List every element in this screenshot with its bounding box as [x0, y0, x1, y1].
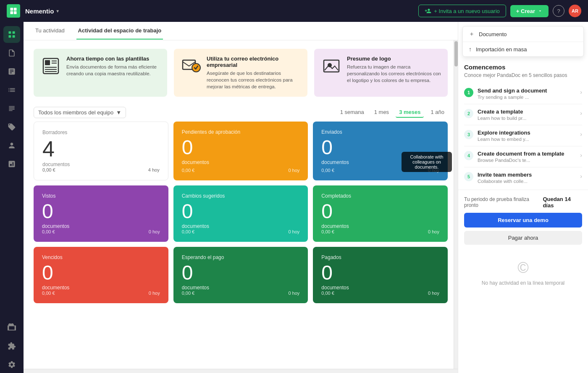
step-3-arrow-icon: ›	[580, 131, 582, 138]
stat-card-borradores[interactable]: Borradores 4 documentos 0,00 € 4 hoy	[34, 122, 168, 180]
get-started-title: Comencemos	[464, 63, 582, 71]
stat-footer: 0,00 € 4 hoy	[42, 167, 160, 172]
time-filter-1year[interactable]: 1 año	[427, 107, 448, 118]
step-2[interactable]: 2 Create a template Learn how to build p…	[464, 104, 582, 125]
get-started-section: Comencemos Conoce mejor PandaDoc en 5 se…	[458, 57, 588, 188]
step-2-number: 2	[464, 109, 473, 118]
trial-section: Tu periodo de prueba finaliza pronto Que…	[458, 190, 588, 251]
time-filter-1week[interactable]: 1 semana	[337, 107, 368, 118]
stat-label: Vistos	[42, 193, 160, 199]
time-filter-1month[interactable]: 1 mes	[371, 107, 392, 118]
sidebar-item-templates[interactable]	[3, 63, 20, 80]
svg-point-18	[328, 63, 332, 67]
promo-section: Ahorra tiempo con las plantillas Envía d…	[24, 40, 458, 103]
step-3[interactable]: 3 Explore integrations Learn how to embe…	[464, 125, 582, 146]
stat-sub: documentos	[42, 161, 160, 167]
app-logo	[7, 4, 20, 18]
promo-card-email[interactable]: Utiliza tu correo electrónico empresaria…	[174, 49, 307, 97]
stat-label: Borradores	[42, 130, 160, 135]
vertical-scrollbar[interactable]	[454, 40, 458, 369]
sidebar-item-documents[interactable]	[3, 45, 20, 61]
stat-footer: 0,00 € 0 hoy	[182, 229, 300, 234]
step-5-number: 5	[464, 172, 473, 181]
create-button[interactable]: + Crear	[510, 5, 549, 17]
promo-card-templates[interactable]: Ahorra tiempo con las plantillas Envía d…	[34, 49, 167, 97]
user-avatar[interactable]: AR	[569, 5, 581, 17]
stat-footer: 0,00 € 0 hoy	[182, 291, 300, 296]
svg-rect-3	[14, 11, 17, 14]
dropdown-item-document[interactable]: ＋ Documento	[463, 26, 583, 42]
step-5[interactable]: 5 Invite team members Collaborate with c…	[464, 167, 582, 188]
stat-card-pagados[interactable]: Pagados 0 documentos 0,00 € 0 hoy	[313, 247, 448, 303]
sidebar-item-list[interactable]	[3, 82, 20, 98]
stat-number: 4	[42, 138, 160, 160]
sidebar	[0, 22, 24, 373]
stat-card-esperando[interactable]: Esperando el pago 0 documentos 0,00 € 0 …	[173, 247, 308, 303]
stat-card-completados[interactable]: Completados 0 documentos 0,00 € 0 hoy	[313, 185, 448, 242]
dropdown-item-bulk-import[interactable]: ↑ Importación en masa	[463, 42, 583, 56]
svg-rect-5	[13, 32, 15, 34]
step-3-number: 3	[464, 130, 473, 139]
stat-label: Vencidos	[42, 254, 160, 260]
stat-footer: 0,00 € 0 hoy	[321, 291, 439, 296]
get-started-desc: Conoce mejor PandaDoc en 5 sencillos pas…	[464, 72, 582, 78]
stat-sub: documentos	[321, 223, 439, 229]
stat-label: Esperando el pago	[182, 254, 300, 260]
trial-days: Quedan 14 días	[543, 196, 582, 209]
tab-workspace-activity[interactable]: Actividad del espacio de trabajo	[76, 22, 163, 40]
stat-label: Pagados	[321, 254, 439, 260]
step-5-title: Invite team members	[478, 172, 576, 178]
sidebar-item-settings[interactable]	[3, 356, 20, 373]
main-wrapper: Tu actividad Actividad del espacio de tr…	[24, 22, 588, 373]
upload-icon: ↑	[469, 46, 472, 53]
horizontal-scrollbar[interactable]	[24, 369, 458, 373]
stat-card-vencidos[interactable]: Vencidos 0 documentos 0,00 € 0 hoy	[34, 247, 168, 303]
step-2-arrow-icon: ›	[580, 110, 582, 116]
step-4-desc: Browse PandaDoc's te...	[478, 158, 576, 163]
sidebar-item-integrations[interactable]	[3, 338, 20, 354]
chevron-down-icon: ▼	[116, 109, 121, 116]
step-4[interactable]: 4 Create document from a template Browse…	[464, 146, 582, 167]
step-1[interactable]: 1 Send and sign a document Try sending a…	[464, 83, 582, 104]
demo-button[interactable]: Reservar una demo	[464, 213, 582, 228]
top-navigation: Nementio ▼ + Invita a un nuevo usuario +…	[0, 0, 588, 22]
step-1-desc: Try sending a sample ...	[478, 95, 576, 100]
pay-button[interactable]: Pagar ahora	[464, 231, 582, 245]
brand-chevron-icon: ▼	[55, 9, 60, 13]
promo-card-logo[interactable]: Presume de logo Refuerza tu imagen de ma…	[314, 49, 448, 97]
stat-card-enviados[interactable]: Enviados 0 documentos 0,00 € 0 hoy Colla…	[313, 122, 448, 180]
stat-card-vistos[interactable]: Vistos 0 documentos 0,00 € 0 hoy	[34, 185, 168, 242]
stat-card-cambios[interactable]: Cambios sugeridos 0 documentos 0,00 € 0 …	[173, 185, 308, 242]
stat-number: 0	[182, 263, 300, 283]
tab-bar: Tu actividad Actividad del espacio de tr…	[24, 22, 458, 40]
help-button[interactable]: ?	[553, 5, 564, 17]
promo-text-templates: Ahorra tiempo con las plantillas Envía d…	[66, 56, 160, 77]
step-3-content: Explore integrations Learn how to embed …	[478, 130, 576, 142]
stat-sub: documentos	[182, 285, 300, 291]
stat-number: 0	[182, 201, 300, 222]
time-filter-3months[interactable]: 3 meses	[396, 107, 424, 118]
sidebar-item-editor[interactable]	[3, 100, 20, 117]
sidebar-item-reports[interactable]	[3, 156, 20, 172]
brand-name[interactable]: Nementio ▼	[25, 8, 60, 15]
team-filter[interactable]: Todos los miembros del equipo ▼	[34, 107, 126, 118]
stat-footer: 0,00 € 0 hoy	[42, 229, 160, 234]
stat-sub: documentos	[182, 159, 300, 165]
filters-row: Todos los miembros del equipo ▼ 1 semana…	[24, 103, 458, 122]
stat-card-pendientes[interactable]: Pendientes de aprobación 0 documentos 0,…	[173, 122, 308, 180]
sidebar-item-tags[interactable]	[3, 119, 20, 135]
trial-text: Tu periodo de prueba finaliza pronto Que…	[464, 196, 582, 209]
tab-my-activity[interactable]: Tu actividad	[34, 22, 66, 40]
sidebar-item-contacts[interactable]	[3, 137, 20, 154]
stat-number: 0	[321, 263, 439, 283]
stat-footer: 0,00 € 0 hoy	[182, 168, 300, 173]
sidebar-item-catalog[interactable]	[3, 319, 20, 336]
vertical-scrollbar-thumb[interactable]	[454, 41, 458, 66]
invite-user-button[interactable]: + Invita a un nuevo usuario	[418, 5, 506, 17]
timeline-section: © No hay actividad en la línea temporal	[458, 251, 588, 294]
step-3-title: Explore integrations	[478, 130, 576, 136]
stat-label: Completados	[321, 193, 439, 199]
stat-sub: documentos	[321, 285, 439, 291]
sidebar-item-dashboard[interactable]	[3, 26, 20, 43]
step-4-content: Create document from a template Browse P…	[478, 151, 576, 163]
